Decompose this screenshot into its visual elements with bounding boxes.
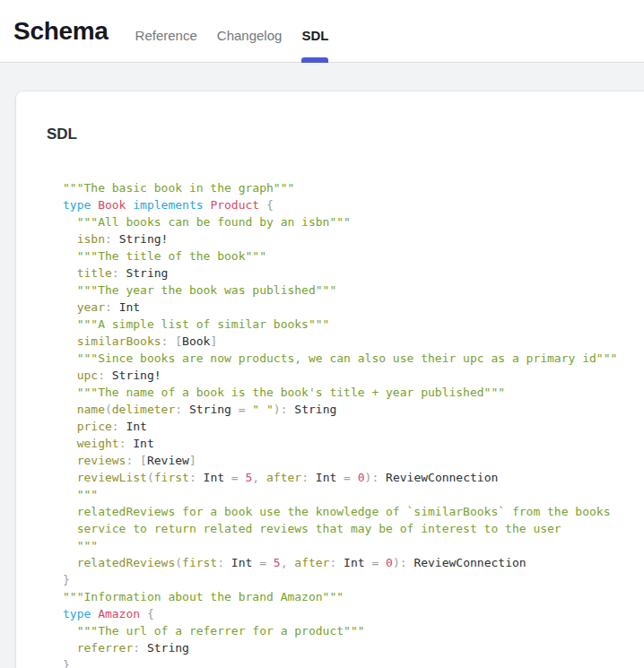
page-header: Schema ReferenceChangelogSDL <box>0 0 644 63</box>
tab-sdl[interactable]: SDL <box>301 0 328 62</box>
code-line: year: Int <box>63 299 626 316</box>
code-line: type Book implements Product { <box>63 196 626 213</box>
code-line: """ <box>63 486 626 503</box>
code-line: similarBooks: [Book] <box>63 333 626 350</box>
code-line: """Information about the brand Amazon""" <box>63 588 626 605</box>
code-line: weight: Int <box>63 435 626 452</box>
code-line: """The name of a book is the book's titl… <box>63 384 626 401</box>
page-title: Schema <box>13 17 109 46</box>
code-line: """Since books are now products, we can … <box>63 350 626 367</box>
tab-label: Reference <box>135 28 197 43</box>
code-line: """ <box>63 537 626 554</box>
active-tab-underline <box>301 57 328 63</box>
tabs: ReferenceChangelogSDL <box>135 0 329 62</box>
code-line: relatedReviews for a book use the knowle… <box>63 503 626 520</box>
code-line: name(delimeter: String = " "): String <box>63 401 626 418</box>
code-line: service to return related reviews that m… <box>63 520 626 537</box>
tab-reference[interactable]: Reference <box>135 0 197 62</box>
sdl-card: SDL """The basic book in the graph"""typ… <box>16 91 644 668</box>
code-line: isbn: String! <box>63 230 626 247</box>
sdl-card-heading: SDL <box>47 126 626 143</box>
code-line: reviews: [Review] <box>63 452 626 469</box>
tab-label: SDL <box>301 28 328 43</box>
code-line: relatedReviews(first: Int = 5, after: In… <box>63 554 626 571</box>
code-line: referrer: String <box>63 639 626 656</box>
code-line: """All books can be found by an isbn""" <box>63 213 626 230</box>
code-line: price: Int <box>63 418 626 435</box>
sdl-code: """The basic book in the graph"""type Bo… <box>63 179 626 668</box>
code-line: """The url of a referrer for a product""… <box>63 622 626 639</box>
code-line: """The year the book was published""" <box>63 282 626 299</box>
tab-label: Changelog <box>217 28 283 43</box>
code-line: upc: String! <box>63 367 626 384</box>
tab-changelog[interactable]: Changelog <box>217 0 283 62</box>
code-line: } <box>63 571 626 588</box>
code-line: """The title of the book""" <box>63 247 626 265</box>
code-line: """A simple list of similar books""" <box>63 316 626 333</box>
code-line: type Amazon { <box>63 605 626 622</box>
code-line: title: String <box>63 265 626 282</box>
code-line: """The basic book in the graph""" <box>63 179 626 196</box>
code-line: } <box>63 656 626 668</box>
code-line: reviewList(first: Int = 5, after: Int = … <box>63 469 626 486</box>
content-area: SDL """The basic book in the graph"""typ… <box>0 63 644 668</box>
